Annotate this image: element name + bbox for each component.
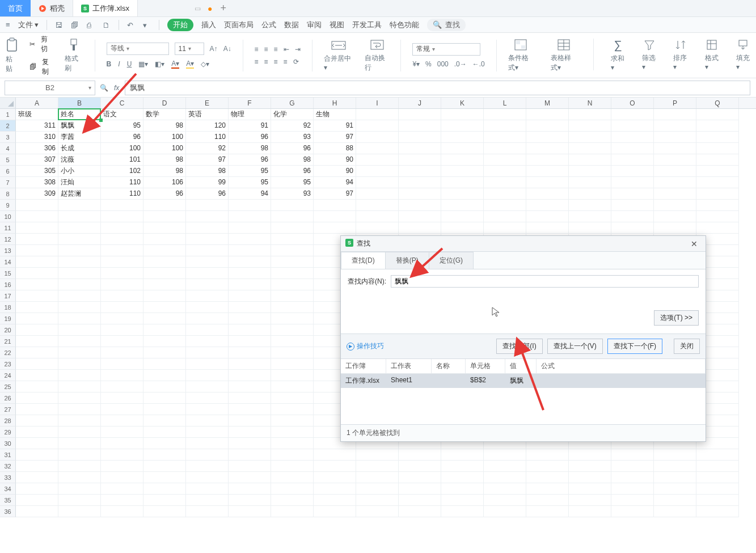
- cell[interactable]: 311: [16, 120, 58, 132]
- cell[interactable]: 96: [271, 143, 314, 154]
- cut-icon[interactable]: ✂: [29, 40, 35, 48]
- cell[interactable]: [569, 472, 611, 483]
- cell[interactable]: [526, 222, 569, 234]
- cell[interactable]: [611, 211, 654, 222]
- cell[interactable]: [271, 268, 314, 279]
- cell[interactable]: [611, 222, 654, 234]
- cell[interactable]: [16, 222, 58, 234]
- cell[interactable]: [186, 324, 229, 336]
- cell[interactable]: 309: [16, 188, 58, 200]
- cell[interactable]: [186, 279, 229, 290]
- cell[interactable]: 91: [314, 120, 356, 132]
- table-style-group[interactable]: 表格样式▾: [551, 39, 576, 73]
- cell[interactable]: [526, 483, 569, 495]
- cell[interactable]: 数学: [143, 109, 186, 120]
- align-right-icon[interactable]: ≡: [274, 58, 278, 66]
- cell[interactable]: [654, 177, 696, 188]
- cell[interactable]: [484, 472, 526, 483]
- cell[interactable]: [229, 279, 271, 290]
- cell[interactable]: [229, 211, 271, 222]
- cell[interactable]: [271, 438, 314, 449]
- col-header[interactable]: G: [271, 98, 314, 108]
- cell[interactable]: [143, 358, 186, 370]
- col-header[interactable]: E: [186, 98, 229, 108]
- cell[interactable]: [101, 222, 143, 234]
- row-header[interactable]: 9: [0, 200, 16, 211]
- fx-icon[interactable]: fx: [114, 84, 119, 92]
- cell[interactable]: [101, 438, 143, 449]
- cell[interactable]: [16, 302, 58, 313]
- row-header[interactable]: 24: [0, 370, 16, 381]
- cell[interactable]: 92: [186, 143, 229, 154]
- cell[interactable]: [186, 415, 229, 427]
- cell[interactable]: 班级: [16, 109, 58, 120]
- cell[interactable]: [58, 381, 101, 392]
- cell[interactable]: [271, 427, 314, 438]
- cell[interactable]: [441, 177, 484, 188]
- cell[interactable]: [229, 302, 271, 313]
- cell[interactable]: [654, 109, 696, 120]
- row-header[interactable]: 36: [0, 506, 16, 517]
- cell[interactable]: [399, 483, 441, 495]
- row-header[interactable]: 4: [0, 143, 16, 154]
- formula-input[interactable]: 飘飘: [125, 81, 750, 95]
- cell[interactable]: [356, 211, 399, 222]
- cell[interactable]: [314, 211, 356, 222]
- cell[interactable]: [611, 472, 654, 483]
- cell[interactable]: [654, 461, 696, 472]
- cell[interactable]: [58, 313, 101, 324]
- row-header[interactable]: 35: [0, 495, 16, 506]
- cell[interactable]: [271, 415, 314, 427]
- cell[interactable]: [484, 200, 526, 211]
- cell[interactable]: [696, 506, 739, 517]
- row-header[interactable]: 19: [0, 313, 16, 324]
- cell[interactable]: [101, 472, 143, 483]
- cell[interactable]: [569, 495, 611, 506]
- cell[interactable]: [484, 154, 526, 166]
- cell[interactable]: [16, 472, 58, 483]
- cell[interactable]: [526, 461, 569, 472]
- cell[interactable]: 98: [271, 154, 314, 166]
- cond-format-group[interactable]: 条件格式▾: [508, 39, 534, 73]
- col-header[interactable]: H: [314, 98, 356, 108]
- cell[interactable]: [186, 358, 229, 370]
- dialog-tab-find[interactable]: 查找(D): [341, 252, 386, 269]
- cell[interactable]: [143, 245, 186, 256]
- cell[interactable]: [229, 438, 271, 449]
- cell[interactable]: 物理: [229, 109, 271, 120]
- cell[interactable]: [58, 392, 101, 404]
- bold-icon[interactable]: B: [107, 60, 112, 68]
- cell[interactable]: [271, 506, 314, 517]
- cell[interactable]: 飘飘: [58, 120, 101, 132]
- cell[interactable]: [526, 472, 569, 483]
- cell[interactable]: [356, 495, 399, 506]
- cell[interactable]: 98: [186, 166, 229, 177]
- cell[interactable]: [101, 358, 143, 370]
- menubar-search[interactable]: 🔍 查找: [427, 19, 466, 31]
- cell[interactable]: [356, 154, 399, 166]
- cell[interactable]: [271, 461, 314, 472]
- fill-color-icon[interactable]: ◧▾: [155, 60, 164, 68]
- menu-view[interactable]: 视图: [330, 20, 344, 30]
- cell[interactable]: [399, 177, 441, 188]
- cell[interactable]: [271, 449, 314, 461]
- merge-group[interactable]: 合并居中 ▾: [324, 39, 353, 71]
- row-header[interactable]: 7: [0, 177, 16, 188]
- row-header[interactable]: 2: [0, 120, 16, 132]
- cell[interactable]: [229, 268, 271, 279]
- cell[interactable]: [58, 200, 101, 211]
- cell[interactable]: [186, 245, 229, 256]
- format-group[interactable]: 格式▾: [705, 39, 719, 73]
- cell[interactable]: [526, 506, 569, 517]
- cell[interactable]: [229, 234, 271, 245]
- cell[interactable]: [484, 449, 526, 461]
- cell[interactable]: [696, 461, 739, 472]
- cell[interactable]: [399, 166, 441, 177]
- cell[interactable]: [441, 449, 484, 461]
- inc-decimal-icon[interactable]: .0→: [454, 60, 467, 68]
- row-header[interactable]: 29: [0, 427, 16, 438]
- cell[interactable]: [229, 427, 271, 438]
- cell[interactable]: [696, 132, 739, 143]
- cell[interactable]: [186, 336, 229, 347]
- cell[interactable]: [186, 200, 229, 211]
